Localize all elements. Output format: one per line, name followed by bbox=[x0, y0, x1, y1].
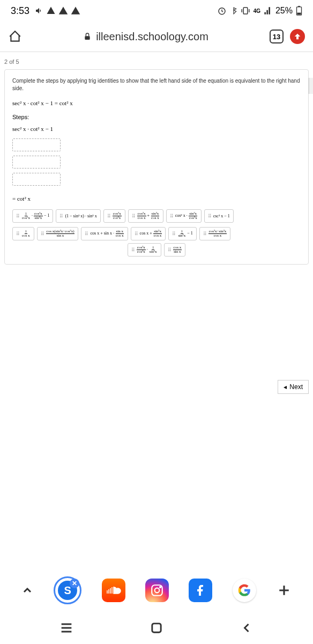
status-time: 3:53 bbox=[11, 5, 29, 17]
tiles-row-2: ⠿1cos x ⠿cos x(sin²x−cos²x)sin x ⠿cos x … bbox=[12, 227, 301, 240]
step-expression: sec² x · cot² x − 1 bbox=[12, 126, 301, 132]
drop-zone-1[interactable] bbox=[12, 138, 61, 151]
settings-toggle[interactable] bbox=[309, 78, 313, 94]
page-counter: 2 of 5 bbox=[0, 58, 313, 69]
vibrate-icon bbox=[241, 6, 250, 16]
answer-tile[interactable]: ⠿1sin²x − 1 bbox=[168, 227, 196, 240]
content-area: 2 of 5 Complete the steps by applying tr… bbox=[0, 52, 313, 265]
svg-point-7 bbox=[155, 588, 160, 593]
signal-icon bbox=[264, 6, 272, 15]
navigation-bar bbox=[0, 612, 313, 644]
answer-tile[interactable]: ⠿cos²xcot²x bbox=[103, 209, 125, 223]
chevron-up-icon[interactable] bbox=[21, 584, 34, 597]
equation: sec² x · cot² x − 1 = cot² x bbox=[12, 100, 301, 106]
google-app[interactable] bbox=[233, 579, 256, 602]
drop-zone-2[interactable] bbox=[12, 156, 61, 169]
drag-handle-icon: ⠿ bbox=[168, 247, 172, 253]
app-s-icon: S ✕ bbox=[58, 581, 77, 600]
answer-tile[interactable]: ⠿cos x(sin²x−cos²x)sin x bbox=[37, 227, 79, 240]
tile-content: cos x + sin²xcos x bbox=[140, 230, 162, 238]
tile-content: 1cos²x · cos²xsin²x − 1 bbox=[21, 212, 49, 220]
drag-handle-icon: ⠿ bbox=[107, 214, 111, 219]
home-icon[interactable] bbox=[8, 30, 22, 43]
warning-icon bbox=[58, 6, 68, 16]
svg-point-8 bbox=[160, 587, 161, 588]
tile-content: cos²xcot²x bbox=[113, 212, 122, 220]
warning-icon-2 bbox=[71, 6, 80, 16]
answer-tile[interactable]: ⠿cos²xcos x + sin²xcos x bbox=[128, 209, 163, 223]
update-icon[interactable] bbox=[290, 29, 305, 44]
battery-icon bbox=[296, 6, 302, 16]
answer-tile[interactable]: ⠿1cos²x · cos²xsin²x − 1 bbox=[12, 209, 53, 223]
tile-content: cos²x−sin²xcos x bbox=[208, 230, 227, 238]
drag-handle-icon: ⠿ bbox=[135, 231, 138, 237]
next-label: Next bbox=[289, 383, 303, 391]
svg-rect-9 bbox=[152, 624, 161, 632]
svg-rect-1 bbox=[243, 8, 248, 14]
prev-arrow-icon: ◂ bbox=[284, 383, 287, 391]
url-bar[interactable]: illeenisd.schoology.com bbox=[28, 31, 263, 43]
tile-content: 1cos x bbox=[21, 230, 31, 238]
drag-handle-icon: ⠿ bbox=[16, 214, 20, 219]
tile-content: csc² x − 1 bbox=[213, 214, 230, 218]
tile-content: cos x(sin²x−cos²x)sin x bbox=[46, 230, 75, 238]
answer-tile[interactable]: ⠿cos² x · sin²xcos²x bbox=[166, 209, 202, 223]
drag-handle-icon: ⠿ bbox=[132, 214, 136, 219]
tile-content: cos xsin x bbox=[173, 246, 182, 254]
browser-bar: illeenisd.schoology.com 13 bbox=[0, 21, 313, 52]
drag-handle-icon: ⠿ bbox=[203, 231, 207, 237]
answer-tile[interactable]: ⠿cos²x−sin²xcos x bbox=[199, 227, 231, 240]
question-prompt: Complete the steps by applying trig iden… bbox=[12, 77, 301, 92]
alarm-icon bbox=[217, 6, 227, 16]
volume-icon bbox=[35, 6, 43, 15]
lock-icon bbox=[83, 32, 92, 41]
status-bar: 3:53 4G 25% bbox=[0, 0, 313, 21]
svg-rect-5 bbox=[85, 36, 90, 40]
next-button[interactable]: ◂ Next bbox=[278, 380, 309, 394]
tile-content: cos²xcos x + sin²xcos x bbox=[137, 212, 160, 220]
notification-icon bbox=[46, 6, 56, 16]
battery-percent: 25% bbox=[275, 6, 293, 16]
drag-handle-icon: ⠿ bbox=[41, 231, 44, 237]
tile-content: 1sin²x − 1 bbox=[177, 230, 192, 238]
drag-handle-icon: ⠿ bbox=[131, 247, 135, 253]
tab-count-badge[interactable]: 13 bbox=[270, 30, 284, 43]
instagram-app[interactable] bbox=[145, 579, 169, 602]
answer-tile[interactable]: ⠿cos²xcos²x · 1sin²x bbox=[128, 243, 161, 257]
drag-handle-icon: ⠿ bbox=[170, 214, 174, 219]
answer-tile[interactable]: ⠿cos x + sin²xcos x bbox=[131, 227, 166, 240]
close-badge-icon[interactable]: ✕ bbox=[70, 579, 79, 588]
svg-rect-4 bbox=[297, 13, 301, 15]
recents-icon[interactable] bbox=[59, 620, 74, 635]
facebook-app[interactable] bbox=[189, 579, 212, 602]
drop-zone-3[interactable] bbox=[12, 173, 61, 186]
tiles-row-1: ⠿1cos²x · cos²xsin²x − 1 ⠿(1 − sin² x) ·… bbox=[12, 209, 301, 223]
back-icon[interactable] bbox=[239, 620, 254, 635]
steps-label: Steps: bbox=[12, 114, 301, 120]
drag-handle-icon: ⠿ bbox=[172, 231, 176, 237]
tile-content: cos² x · sin²xcos²x bbox=[175, 212, 198, 220]
answer-tile[interactable]: ⠿cos xsin x bbox=[164, 243, 186, 257]
answer-tile[interactable]: ⠿1cos x bbox=[12, 227, 34, 240]
svg-rect-3 bbox=[298, 6, 300, 7]
home-nav-icon[interactable] bbox=[149, 620, 164, 635]
url-text: illeenisd.schoology.com bbox=[96, 31, 208, 43]
recent-app-button[interactable]: S ✕ bbox=[54, 576, 81, 604]
drag-handle-icon: ⠿ bbox=[208, 214, 212, 219]
answer-tile[interactable]: ⠿cos x + sin x · sin xcos x bbox=[81, 227, 128, 240]
answer-tile[interactable]: ⠿csc² x − 1 bbox=[204, 209, 234, 223]
answer-tile[interactable]: ⠿(1 − sin² x) · sin² x bbox=[56, 209, 100, 223]
add-icon[interactable] bbox=[276, 582, 292, 598]
question-box: Complete the steps by applying trig iden… bbox=[4, 69, 309, 265]
tile-content: (1 − sin² x) · sin² x bbox=[65, 214, 96, 218]
tiles-row-3: ⠿cos²xcos²x · 1sin²x ⠿cos xsin x bbox=[12, 243, 301, 257]
drag-handle-icon: ⠿ bbox=[16, 231, 20, 237]
app-dock: S ✕ bbox=[0, 574, 313, 606]
drag-handle-icon: ⠿ bbox=[59, 214, 63, 219]
drag-handle-icon: ⠿ bbox=[85, 231, 88, 237]
bluetooth-icon bbox=[230, 6, 237, 16]
final-expression: = cot² x bbox=[12, 195, 301, 202]
tile-content: cos²xcos²x · 1sin²x bbox=[137, 246, 158, 254]
soundcloud-app[interactable] bbox=[102, 579, 125, 602]
network-label: 4G bbox=[254, 8, 260, 14]
